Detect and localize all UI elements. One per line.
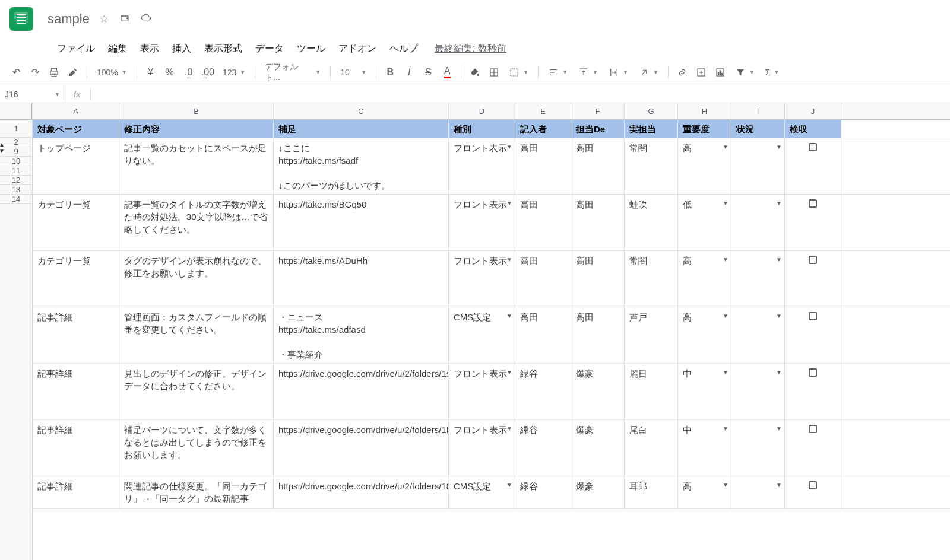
cell-dir[interactable]: 爆豪 <box>571 364 625 419</box>
cell-priority[interactable]: 中▼ <box>678 420 732 476</box>
menu-view[interactable]: 表示 <box>134 40 165 58</box>
cell-priority[interactable]: 高▼ <box>678 251 732 307</box>
cell-dropdown-icon[interactable]: ▼ <box>506 143 512 151</box>
vertical-align-button[interactable]: ▼ <box>574 63 603 81</box>
column-header-F[interactable]: F <box>571 103 625 119</box>
cell-check[interactable] <box>785 138 841 194</box>
column-header-H[interactable]: H <box>678 103 732 119</box>
cell-fix[interactable]: 管理画面：カスタムフィールドの順番を変更してください。 <box>119 307 274 363</box>
column-header-B[interactable]: B <box>119 103 274 119</box>
checkbox[interactable] <box>809 481 817 489</box>
cell-writer[interactable]: 高田 <box>515 307 571 363</box>
cell-dir[interactable]: 高田 <box>571 251 625 307</box>
borders-button[interactable] <box>485 63 503 81</box>
last-edit-link[interactable]: 最終編集: 数秒前 <box>435 43 506 55</box>
cell-writer[interactable]: 緑谷 <box>515 420 571 476</box>
cloud-icon[interactable] <box>141 12 151 26</box>
cell-note[interactable]: https://drive.google.com/drive/u/2/folde… <box>274 364 449 419</box>
cell-type[interactable]: フロント表示▼ <box>449 420 515 476</box>
cell-page[interactable]: 記事詳細 <box>33 420 119 476</box>
cell-dropdown-icon[interactable]: ▼ <box>776 143 782 151</box>
insert-comment-button[interactable] <box>692 63 710 81</box>
cell-type[interactable]: フロント表示▼ <box>449 195 515 250</box>
cell-assignee[interactable]: 常闇 <box>625 251 678 307</box>
cell-dropdown-icon[interactable]: ▼ <box>723 368 729 377</box>
cell-priority[interactable]: 低▼ <box>678 195 732 250</box>
cell-assignee[interactable]: 耳郎 <box>625 476 678 508</box>
decrease-decimal-button[interactable]: .0← <box>180 63 198 81</box>
cell-status[interactable]: ▼ <box>732 138 785 194</box>
row-group-toggle-icon[interactable]: ▲▼ <box>0 141 7 154</box>
cell-assignee[interactable]: 尾白 <box>625 420 678 476</box>
cell-writer[interactable]: 高田 <box>515 138 571 194</box>
cell-dropdown-icon[interactable]: ▼ <box>776 425 782 433</box>
column-header-G[interactable]: G <box>625 103 678 119</box>
formula-input[interactable] <box>90 88 950 100</box>
sheets-logo[interactable] <box>10 7 33 31</box>
cell-dropdown-icon[interactable]: ▼ <box>723 256 729 264</box>
cell-dir[interactable]: 高田 <box>571 195 625 250</box>
cell-assignee[interactable]: 麗日 <box>625 364 678 419</box>
percent-button[interactable]: % <box>161 63 179 81</box>
table-header-cell[interactable]: 重要度 <box>678 120 732 138</box>
cell-status[interactable]: ▼ <box>732 307 785 363</box>
font-size-select[interactable]: 10▼ <box>335 63 371 81</box>
cell-dropdown-icon[interactable]: ▼ <box>506 199 512 208</box>
row-header[interactable]: 14 <box>0 195 32 204</box>
strikethrough-button[interactable]: S <box>419 63 437 81</box>
row-header[interactable]: 12 <box>0 176 32 185</box>
cell-dropdown-icon[interactable]: ▼ <box>723 425 729 433</box>
cell-fix[interactable]: 関連記事の仕様変更。「同一カテゴリ」→「同一タグ」の最新記事 <box>119 476 274 508</box>
menu-addons[interactable]: アドオン <box>332 40 382 58</box>
cell-assignee[interactable]: 常闇 <box>625 138 678 194</box>
cell-page[interactable]: 記事詳細 <box>33 364 119 419</box>
undo-button[interactable]: ↶ <box>7 63 25 81</box>
cell-note[interactable]: https://take.ms/BGq50 <box>274 195 449 250</box>
cell-status[interactable]: ▼ <box>732 251 785 307</box>
cell-dropdown-icon[interactable]: ▼ <box>506 481 512 489</box>
cell-dropdown-icon[interactable]: ▼ <box>723 199 729 208</box>
cell-status[interactable]: ▼ <box>732 476 785 508</box>
column-header-J[interactable]: J <box>785 103 841 119</box>
fill-color-button[interactable] <box>466 63 484 81</box>
cell-dir[interactable]: 高田 <box>571 138 625 194</box>
cell-dropdown-icon[interactable]: ▼ <box>776 481 782 489</box>
cell-note[interactable]: https://drive.google.com/drive/u/2/folde… <box>274 420 449 476</box>
column-header-D[interactable]: D <box>449 103 515 119</box>
select-all-corner[interactable] <box>0 103 32 120</box>
checkbox[interactable] <box>809 368 817 377</box>
row-header[interactable]: 11 <box>0 166 32 176</box>
font-select[interactable]: デフォルト...▼ <box>260 63 325 81</box>
cell-check[interactable] <box>785 476 841 508</box>
table-header-cell[interactable]: 種別 <box>449 120 515 138</box>
cell-assignee[interactable]: 芦戸 <box>625 307 678 363</box>
column-header-I[interactable]: I <box>732 103 785 119</box>
checkbox[interactable] <box>809 143 817 151</box>
row-header[interactable]: 9▲▼ <box>0 147 32 157</box>
cell-dir[interactable]: 高田 <box>571 307 625 363</box>
cell-dropdown-icon[interactable]: ▼ <box>776 368 782 377</box>
cell-type[interactable]: フロント表示▼ <box>449 251 515 307</box>
cell-dropdown-icon[interactable]: ▼ <box>506 368 512 377</box>
cell-type[interactable]: フロント表示▼ <box>449 364 515 419</box>
increase-decimal-button[interactable]: .00→ <box>199 63 217 81</box>
print-button[interactable] <box>45 63 63 81</box>
cell-fix[interactable]: 記事一覧のカセットにスペースが足りない。 <box>119 138 274 194</box>
cell-dir[interactable]: 爆豪 <box>571 476 625 508</box>
text-wrap-button[interactable]: ▼ <box>604 63 633 81</box>
cell-dropdown-icon[interactable]: ▼ <box>506 312 512 320</box>
row-header[interactable]: 10 <box>0 157 32 166</box>
star-icon[interactable]: ☆ <box>99 12 109 26</box>
menu-help[interactable]: ヘルプ <box>384 40 424 58</box>
menu-tools[interactable]: ツール <box>291 40 331 58</box>
cell-writer[interactable]: 高田 <box>515 251 571 307</box>
cell-fix[interactable]: 記事一覧のタイトルの文字数が増えた時の対処法。30文字以降は…で省略してください… <box>119 195 274 250</box>
merge-cells-button[interactable]: ▼ <box>504 63 533 81</box>
cell-check[interactable] <box>785 251 841 307</box>
cell-dropdown-icon[interactable]: ▼ <box>723 143 729 151</box>
table-header-cell[interactable]: 実担当 <box>625 120 678 138</box>
cell-type[interactable]: CMS設定▼ <box>449 307 515 363</box>
cell-writer[interactable]: 緑谷 <box>515 364 571 419</box>
cell-dropdown-icon[interactable]: ▼ <box>506 256 512 264</box>
paint-format-button[interactable] <box>64 63 82 81</box>
